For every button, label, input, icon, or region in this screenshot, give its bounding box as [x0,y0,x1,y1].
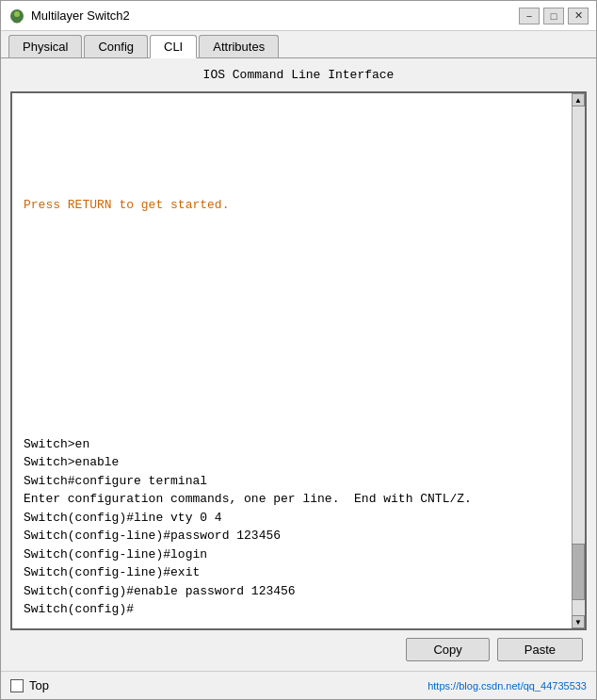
scrollbar-down-arrow[interactable]: ▼ [572,615,585,628]
tab-bar: Physical Config CLI Attributes [1,31,596,58]
tab-attributes[interactable]: Attributes [199,35,279,57]
footer: Top https://blog.csdn.net/qq_44735533 [1,671,596,699]
scrollbar-up-arrow[interactable]: ▲ [572,93,585,106]
terminal-text: Switch con0 is now available Press RETUR… [24,93,560,619]
terminal-container[interactable]: Switch con0 is now available Press RETUR… [10,91,587,630]
footer-url: https://blog.csdn.net/qq_44735533 [428,680,587,692]
maximize-button[interactable]: □ [543,8,564,24]
title-bar-left: Multilayer Switch2 [8,8,130,24]
svg-point-1 [14,11,20,17]
tab-physical[interactable]: Physical [8,35,82,57]
tab-config[interactable]: Config [84,35,148,57]
close-button[interactable]: ✕ [568,8,589,24]
top-checkbox[interactable] [10,679,24,692]
scrollbar-thumb[interactable] [572,544,585,600]
footer-left: Top [10,678,49,692]
tab-cli[interactable]: CLI [150,35,197,58]
paste-button[interactable]: Paste [497,638,583,661]
scrollbar-track: ▲ ▼ [572,93,585,628]
cli-heading: IOS Command Line Interface [10,68,587,82]
app-icon [8,8,25,24]
button-row: Copy Paste [10,638,587,661]
terminal-scroll[interactable]: Switch con0 is now available Press RETUR… [12,93,572,628]
main-window: Multilayer Switch2 − □ ✕ Physical Config… [0,0,597,700]
svg-point-2 [13,18,21,23]
window-title: Multilayer Switch2 [31,8,130,23]
minimize-button[interactable]: − [519,8,540,24]
window-controls: − □ ✕ [519,8,589,24]
copy-button[interactable]: Copy [406,638,489,661]
top-label: Top [29,678,49,692]
content-area: IOS Command Line Interface Switch con0 i… [1,58,596,671]
title-bar: Multilayer Switch2 − □ ✕ [1,1,596,31]
